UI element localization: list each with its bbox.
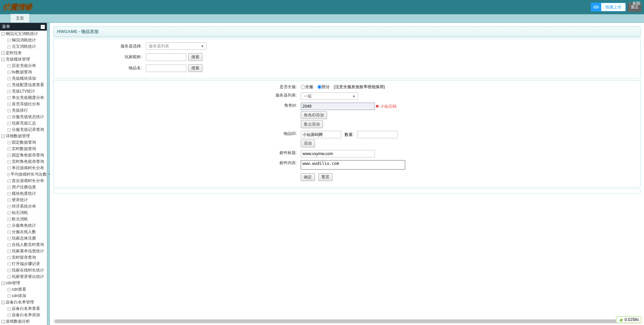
tree-child[interactable]: ▪实时角色留存查询 (0, 158, 47, 165)
tree-bullet-icon: ▪ (7, 307, 11, 311)
scrollbar-thumb[interactable] (55, 320, 630, 323)
tree-parent[interactable]: -cdn管理 (0, 280, 47, 286)
add-item-button[interactable]: 添加 (301, 140, 315, 147)
tree-bullet-icon: ▪ (7, 256, 11, 259)
tree-child[interactable]: ▪分服充值状态统计 (0, 114, 47, 120)
tree-bullet-icon: ▪ (7, 269, 11, 272)
tree-toggle-icon[interactable]: - (1, 51, 5, 55)
tree-toggle-icon[interactable]: - (1, 135, 5, 138)
qty-input[interactable] (357, 131, 397, 138)
tree-child[interactable]: ▪分服充值记录查询 (0, 127, 47, 133)
horizontal-scrollbar[interactable] (53, 319, 641, 324)
tree-child[interactable]: ▪分服在线人数 (0, 229, 47, 235)
tree-child[interactable]: ▪分服角色统计 (0, 222, 47, 229)
tree-bullet-icon: ▪ (7, 71, 11, 74)
tree-child[interactable]: ▪充值排行 (0, 107, 47, 114)
tree-child[interactable]: ▪首次游戏时长分布 (0, 178, 47, 184)
tree-child[interactable]: ▪充值LTV统计 (0, 88, 47, 95)
tree-parent[interactable]: -设备白名单管理 (0, 299, 47, 305)
tree-toggle-icon[interactable]: - (1, 320, 5, 323)
tree-child[interactable]: ▪首充等级比分布 (0, 101, 47, 107)
tree-bullet-icon: ▪ (7, 294, 11, 298)
tree-child[interactable]: ▪钻石消耗 (0, 210, 47, 216)
mail-title-input[interactable] (301, 150, 375, 157)
tree-child[interactable]: ▪玩家充值汇总 (0, 120, 47, 127)
tree-bullet-icon: ▪ (7, 314, 11, 317)
label-mail-content: 邮件内容: (58, 160, 301, 166)
ok-button[interactable]: 确定 (301, 173, 315, 181)
tree-child[interactable]: ▪实时数据查询 (0, 146, 47, 152)
tree-child[interactable]: ▪单日游戏时长分布 (0, 165, 47, 171)
tree-parent[interactable]: -详细数据管理 (0, 133, 47, 139)
radio-all[interactable]: 全服 (301, 84, 313, 90)
role-id-input[interactable] (301, 103, 375, 110)
item-name-input[interactable] (146, 65, 186, 72)
tree-parent[interactable]: -充值模块管理 (0, 56, 47, 63)
tree-child[interactable]: ▪在线人数实时查询 (0, 242, 47, 248)
tree-child[interactable]: ▪登录统计 (0, 197, 47, 203)
tree-bullet-icon: ▪ (7, 147, 11, 151)
leaf-icon (618, 317, 623, 322)
server-select-dropdown[interactable]: 服务器列表 ▼ (146, 42, 206, 50)
server-list-dropdown[interactable]: 一区 ▼ (301, 93, 358, 100)
collapse-icon[interactable]: – (41, 25, 45, 29)
splitter[interactable]: ◄ (47, 23, 50, 325)
upload-button[interactable]: 拖拽上传 (591, 3, 626, 11)
tree-child[interactable]: ▪玩家在线时长统计 (0, 267, 47, 274)
add-role-id-button[interactable]: 角色ID添加 (301, 111, 327, 119)
item-id-input[interactable] (301, 131, 341, 138)
tree-child[interactable]: ▪单次充值额度分布 (0, 95, 47, 101)
remove-role-icon[interactable]: ✖ (376, 104, 379, 109)
tree-child[interactable]: ▪固定角色留存查询 (0, 152, 47, 158)
label-server-select: 服务器选择: (58, 43, 146, 49)
tree-child[interactable]: ▪铜贝消耗统计 (0, 37, 47, 43)
tree-child[interactable]: ▪实时留存查询 (0, 254, 47, 261)
tree-child[interactable]: ▪固定数据查询 (0, 139, 47, 146)
radio-part[interactable]: 部分 (317, 84, 330, 90)
tree-bullet-icon: ▪ (7, 83, 11, 87)
tab-home[interactable]: 主页 (10, 14, 30, 23)
tree-bullet-icon: ▪ (7, 211, 11, 215)
tree-bullet-icon: ▪ (7, 115, 11, 119)
tree-child[interactable]: ▪充值模块添加 (0, 75, 47, 82)
tree-child[interactable]: ▪用户注册信息 (0, 184, 47, 190)
batch-add-button[interactable]: 集合添加 (301, 120, 323, 128)
menu-header: 菜单 – (0, 23, 47, 31)
tree-toggle-icon[interactable]: - (1, 32, 5, 36)
tree-child[interactable]: ▪cdn查看 (0, 286, 47, 293)
perf-time: 0.0258s (624, 317, 639, 322)
tree-child[interactable]: ▪玩家登录登出统计 (0, 274, 47, 280)
menu-tree: -铜贝元宝消耗统计▪铜贝消耗统计▪元宝消耗统计-定时任务-充值模块管理▪历史充值… (0, 31, 47, 325)
tree-child[interactable]: ▪设备白名单添加 (0, 312, 47, 318)
tree-toggle-icon[interactable]: - (1, 301, 5, 304)
search-player-button[interactable]: 搜索 (188, 53, 202, 61)
tree-child[interactable]: ▪玩家基本信息统计 (0, 248, 47, 254)
refresh-link[interactable]: 刷新 (633, 1, 641, 6)
tree-parent[interactable]: -定时任务 (0, 50, 47, 56)
tree-child[interactable]: ▪充值配置信息查看 (0, 82, 47, 88)
tree-child[interactable]: ▪打开端步骤记录 (0, 261, 47, 267)
tree-child[interactable]: ▪ltv数据查询 (0, 69, 47, 75)
tree-child[interactable]: ▪cdn添加 (0, 293, 47, 299)
tree-parent[interactable]: -游戏数据分析 (0, 318, 47, 325)
tree-toggle-icon[interactable]: - (1, 58, 5, 61)
tree-child[interactable]: ▪玩家总体注册 (0, 235, 47, 242)
tree-child[interactable]: ▪历史充值分布 (0, 63, 47, 69)
tree-toggle-icon[interactable]: - (1, 282, 5, 285)
sidebar: 菜单 – -铜贝元宝消耗统计▪铜贝消耗统计▪元宝消耗统计-定时任务-充值模块管理… (0, 23, 47, 325)
tree-parent[interactable]: -铜贝元宝消耗统计 (0, 31, 47, 37)
tree-child[interactable]: ▪元宝消耗统计 (0, 43, 47, 50)
player-nick-input[interactable] (146, 53, 186, 61)
tree-bullet-icon: ▪ (7, 167, 11, 170)
search-item-button[interactable]: 搜索 (188, 64, 202, 72)
upload-label: 拖拽上传 (601, 4, 625, 10)
tree-child[interactable]: ▪平均游戏时长与次数 (0, 171, 47, 178)
tree-child[interactable]: ▪经济系统分布 (0, 203, 47, 210)
mail-content-input[interactable] (301, 160, 405, 170)
tree-child[interactable]: ▪模块热度统计 (0, 190, 47, 197)
logo: 伏魔情缘 (3, 2, 33, 12)
tree-child[interactable]: ▪欧元消耗 (0, 216, 47, 222)
tree-bullet-icon: ▪ (7, 154, 11, 157)
tree-child[interactable]: ▪设备白名单查看 (0, 305, 47, 312)
reset-button[interactable]: 重置 (318, 173, 332, 181)
